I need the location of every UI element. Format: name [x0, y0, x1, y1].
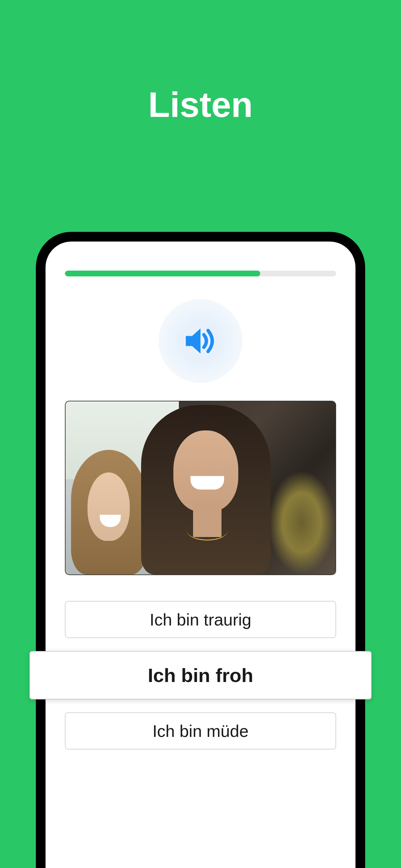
play-audio-button[interactable]	[158, 299, 243, 383]
answer-option-label: Ich bin müde	[152, 721, 249, 741]
answer-option-2-selected[interactable]: Ich bin froh	[29, 651, 372, 700]
phone-screen: Ich bin traurig Ich bin froh Ich bin müd…	[45, 242, 356, 868]
progress-fill	[65, 271, 260, 276]
answer-option-label: Ich bin traurig	[150, 610, 251, 629]
answer-option-3[interactable]: Ich bin müde	[65, 712, 336, 749]
phone-frame: Ich bin traurig Ich bin froh Ich bin müd…	[36, 232, 365, 868]
prompt-image	[65, 401, 336, 575]
speaker-icon	[180, 320, 221, 362]
answer-options: Ich bin traurig Ich bin froh Ich bin müd…	[65, 601, 336, 749]
audio-button-wrapper	[65, 299, 336, 383]
page-title: Listen	[0, 0, 401, 125]
progress-bar	[65, 271, 336, 276]
answer-option-label: Ich bin froh	[148, 664, 253, 686]
answer-option-1[interactable]: Ich bin traurig	[65, 601, 336, 638]
